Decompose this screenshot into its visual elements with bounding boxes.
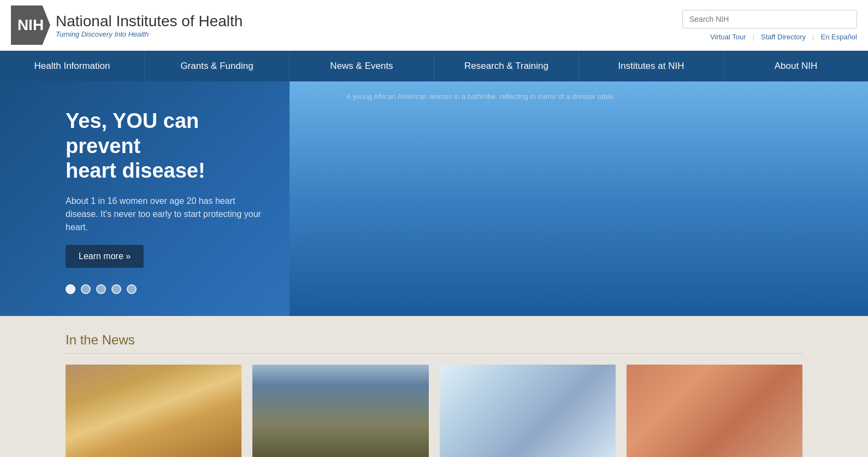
org-tagline: Turning Discovery Into Health xyxy=(56,30,243,38)
news-card-ptsd: Post-Traumatic Stress Service dogs reduc… xyxy=(252,365,428,457)
hero-image: A young African American woman in a bath… xyxy=(290,81,868,316)
hero-text-area: Yes, YOU can preventheart disease! About… xyxy=(0,81,290,316)
search-input[interactable] xyxy=(683,10,857,28)
news-card-peanut-allergy: Peanut Allergy Exposure in infancy has l… xyxy=(66,365,241,457)
hero-banner: Yes, YOU can preventheart disease! About… xyxy=(0,81,868,316)
en-espanol-link[interactable]: En Español xyxy=(821,33,858,41)
org-name: National Institutes of Health xyxy=(56,13,243,30)
news-section: In the News Peanut Allergy Exposure in i… xyxy=(0,316,868,457)
divider-2: | xyxy=(812,33,814,41)
news-grid: Peanut Allergy Exposure in infancy has l… xyxy=(66,365,802,457)
hero-heading: Yes, YOU can preventheart disease! xyxy=(66,109,262,184)
main-nav: Health Information Grants & Funding News… xyxy=(0,51,868,81)
site-header: NIH National Institutes of Health Turnin… xyxy=(0,0,868,51)
news-image-breast-cancer xyxy=(627,365,802,457)
logo-area: NIH National Institutes of Health Turnin… xyxy=(11,5,243,45)
news-card-dementia: Dementia Assessment Tool Resource triple… xyxy=(440,365,616,457)
nih-logo-text-area: National Institutes of Health Turning Di… xyxy=(56,13,243,38)
carousel-dot-5[interactable] xyxy=(127,284,137,294)
header-right: Virtual Tour | Staff Directory | En Espa… xyxy=(682,10,857,41)
carousel-dot-3[interactable] xyxy=(96,284,106,294)
news-image-ptsd xyxy=(252,365,428,457)
nih-logo-icon: NIH xyxy=(11,5,50,45)
nav-research-training[interactable]: Research & Training xyxy=(434,51,579,81)
nav-about-nih[interactable]: About NIH xyxy=(724,51,868,81)
news-image-dementia xyxy=(440,365,616,457)
hero-image-alt: A young African American woman in a bath… xyxy=(290,81,672,112)
nav-news-events[interactable]: News & Events xyxy=(290,51,434,81)
hero-body: About 1 in 16 women over age 20 has hear… xyxy=(66,195,262,234)
news-section-heading: In the News xyxy=(66,332,802,354)
carousel-dots xyxy=(66,284,262,294)
virtual-tour-link[interactable]: Virtual Tour xyxy=(710,33,746,41)
header-links: Virtual Tour | Staff Directory | En Espa… xyxy=(710,33,857,41)
news-image-peanut-allergy xyxy=(66,365,241,457)
staff-directory-link[interactable]: Staff Directory xyxy=(761,33,806,41)
nav-institutes[interactable]: Institutes at NIH xyxy=(579,51,724,81)
carousel-dot-1[interactable] xyxy=(66,284,75,294)
nav-health-info[interactable]: Health Information xyxy=(0,51,145,81)
nav-grants-funding[interactable]: Grants & Funding xyxy=(145,51,290,81)
hero-visual: A young African American woman in a bath… xyxy=(290,81,868,316)
carousel-dot-2[interactable] xyxy=(81,284,91,294)
nih-logo-letters: NIH xyxy=(17,16,44,34)
divider-1: | xyxy=(753,33,754,41)
search-box[interactable] xyxy=(682,10,857,28)
news-card-breast-cancer: Breast Cancer Risk Genetic variants appe… xyxy=(627,365,802,457)
hero-learn-more-button[interactable]: Learn more » xyxy=(66,245,144,268)
carousel-dot-4[interactable] xyxy=(111,284,121,294)
